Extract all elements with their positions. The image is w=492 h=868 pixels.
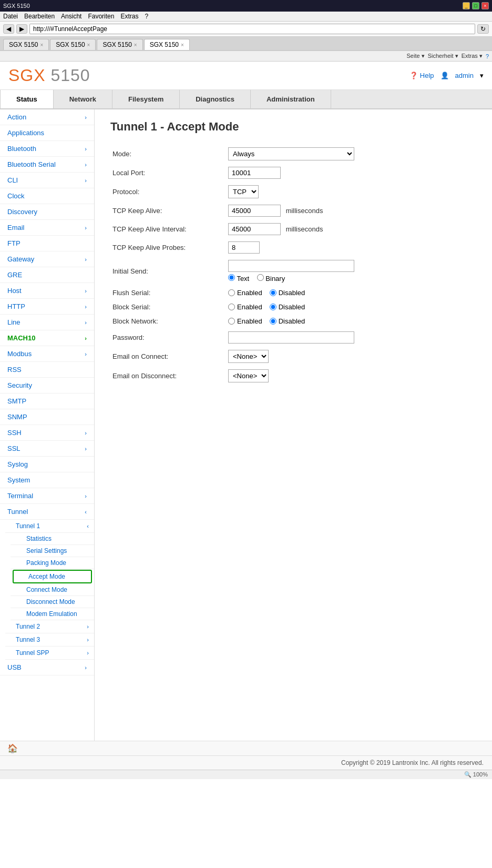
tcp-keep-alive-input[interactable] bbox=[228, 205, 281, 217]
sidebar-item-applications[interactable]: Applications bbox=[0, 125, 94, 141]
back-button[interactable]: ◀ bbox=[3, 24, 14, 34]
nav-tab-network[interactable]: Network bbox=[54, 90, 112, 108]
flush-serial-enabled-label[interactable]: Enabled bbox=[228, 289, 262, 297]
initial-send-text-radio[interactable] bbox=[228, 274, 235, 281]
sidebar-item-discovery[interactable]: Discovery bbox=[0, 204, 94, 220]
protocol-select[interactable]: TCP UDP bbox=[228, 185, 259, 198]
password-input[interactable] bbox=[228, 331, 354, 344]
sidebar-item-bluetooth-serial[interactable]: Bluetooth Serial › bbox=[0, 157, 94, 173]
block-network-enabled-label[interactable]: Enabled bbox=[228, 317, 262, 325]
email-on-connect-select[interactable]: <None> bbox=[228, 350, 269, 363]
sidebar-item-smtp[interactable]: SMTP bbox=[0, 393, 94, 409]
sidebar-item-rss[interactable]: RSS bbox=[0, 362, 94, 378]
minimize-button[interactable]: _ bbox=[463, 2, 470, 9]
sidebar-item-disconnect-mode[interactable]: Disconnect Mode bbox=[11, 596, 94, 608]
menu-help[interactable]: ? bbox=[145, 13, 148, 20]
home-icon[interactable]: 🏠 bbox=[7, 744, 18, 753]
sidebar-item-clock[interactable]: Clock bbox=[0, 188, 94, 204]
block-serial-disabled-label[interactable]: Disabled bbox=[270, 303, 305, 311]
sidebar-item-usb[interactable]: USB › bbox=[0, 660, 94, 675]
tab-close-3[interactable]: × bbox=[181, 42, 184, 48]
browser-tab-1[interactable]: SGX 5150 × bbox=[50, 39, 96, 50]
tcp-keep-alive-probes-input[interactable] bbox=[228, 241, 260, 254]
browser-tab-0[interactable]: SGX 5150 × bbox=[3, 39, 49, 50]
menu-bearbeiten[interactable]: Bearbeiten bbox=[24, 13, 55, 20]
sidebar-item-email[interactable]: Email › bbox=[0, 220, 94, 236]
sidebar-item-syslog[interactable]: Syslog bbox=[0, 457, 94, 472]
block-network-enabled-radio[interactable] bbox=[228, 318, 235, 325]
sidebar-item-gre[interactable]: GRE bbox=[0, 267, 94, 283]
block-network-disabled-radio[interactable] bbox=[270, 318, 276, 325]
local-port-input[interactable] bbox=[228, 167, 281, 179]
sidebar-item-serial-settings[interactable]: Serial Settings bbox=[11, 545, 94, 557]
tab-close-2[interactable]: × bbox=[134, 42, 137, 48]
nav-tab-diagnostics[interactable]: Diagnostics bbox=[180, 90, 251, 108]
sidebar-item-terminal[interactable]: Terminal › bbox=[0, 488, 94, 504]
sidebar-item-tunnel[interactable]: Tunnel ‹ bbox=[0, 504, 94, 520]
sidebar-item-action[interactable]: Action › bbox=[0, 109, 94, 125]
toolbar-seite[interactable]: Seite ▾ bbox=[407, 53, 425, 59]
sidebar-item-ssh[interactable]: SSH › bbox=[0, 425, 94, 441]
sidebar-item-snmp[interactable]: SNMP bbox=[0, 409, 94, 425]
forward-button[interactable]: ▶ bbox=[16, 24, 27, 34]
browser-tab-2[interactable]: SGX 5150 × bbox=[97, 39, 142, 50]
nav-tab-administration[interactable]: Administration bbox=[251, 90, 331, 108]
nav-tab-filesystem[interactable]: Filesystem bbox=[112, 90, 180, 108]
tab-close-1[interactable]: × bbox=[87, 42, 90, 48]
tcp-keep-alive-interval-input[interactable] bbox=[228, 223, 281, 235]
initial-send-input[interactable] bbox=[228, 260, 354, 272]
sidebar-item-ssl[interactable]: SSL › bbox=[0, 441, 94, 457]
sidebar-item-mach10[interactable]: MACH10 › bbox=[0, 330, 94, 346]
menu-ansicht[interactable]: Ansicht bbox=[61, 13, 81, 20]
sidebar-item-modbus[interactable]: Modbus › bbox=[0, 346, 94, 362]
sidebar-item-cli[interactable]: CLI › bbox=[0, 173, 94, 188]
menu-extras[interactable]: Extras bbox=[120, 13, 138, 20]
sidebar-item-tunnel-spp[interactable]: Tunnel SPP › bbox=[5, 647, 94, 660]
admin-label[interactable]: admin bbox=[455, 72, 474, 79]
maximize-button[interactable]: □ bbox=[472, 2, 479, 9]
sidebar-item-packing-mode[interactable]: Packing Mode bbox=[11, 557, 94, 569]
sidebar-item-line[interactable]: Line › bbox=[0, 315, 94, 330]
block-serial-enabled-label[interactable]: Enabled bbox=[228, 303, 262, 311]
tab-close-0[interactable]: × bbox=[40, 42, 43, 48]
email-on-disconnect-select[interactable]: <None> bbox=[228, 369, 269, 382]
sidebar-item-connect-mode[interactable]: Connect Mode bbox=[11, 584, 94, 596]
refresh-button[interactable]: ↻ bbox=[477, 24, 489, 34]
sidebar-item-accept-mode[interactable]: Accept Mode bbox=[13, 570, 92, 583]
sidebar-item-host[interactable]: Host › bbox=[0, 283, 94, 299]
tcp-keep-alive-probes-label: TCP Keep Alive Probes: bbox=[110, 238, 226, 257]
sidebar-item-ftp[interactable]: FTP bbox=[0, 236, 94, 251]
nav-tab-status[interactable]: Status bbox=[0, 90, 54, 108]
sidebar-item-http[interactable]: HTTP › bbox=[0, 299, 94, 315]
toolbar-extras[interactable]: Extras ▾ bbox=[462, 53, 483, 59]
block-network-disabled-label[interactable]: Disabled bbox=[270, 317, 305, 325]
help-link[interactable]: ❓ Help bbox=[409, 72, 434, 79]
sidebar-item-tunnel3[interactable]: Tunnel 3 › bbox=[5, 633, 94, 647]
sidebar-item-system[interactable]: System bbox=[0, 472, 94, 488]
initial-send-binary-radio[interactable] bbox=[257, 274, 264, 281]
sidebar-item-bluetooth[interactable]: Bluetooth › bbox=[0, 141, 94, 157]
mode-select[interactable]: Always Never Any Character Start Charact… bbox=[228, 147, 354, 160]
close-button[interactable]: × bbox=[481, 2, 489, 9]
sidebar-item-security[interactable]: Security bbox=[0, 378, 94, 393]
address-bar: ◀ ▶ ↻ bbox=[0, 22, 492, 37]
sidebar-item-statistics[interactable]: Statistics bbox=[11, 533, 94, 545]
flush-serial-enabled-radio[interactable] bbox=[228, 289, 235, 296]
sidebar-item-modem-emulation[interactable]: Modem Emulation bbox=[11, 608, 94, 620]
block-serial-disabled-radio[interactable] bbox=[270, 304, 276, 310]
content-area: Tunnel 1 - Accept Mode Mode: Always Neve… bbox=[95, 109, 492, 741]
toolbar-sicherheit[interactable]: Sicherheit ▾ bbox=[428, 53, 458, 59]
toolbar-help[interactable]: ? bbox=[486, 53, 489, 59]
initial-send-binary-label[interactable]: Binary bbox=[257, 275, 285, 282]
initial-send-text-label[interactable]: Text bbox=[228, 275, 251, 282]
sidebar-item-tunnel2[interactable]: Tunnel 2 › bbox=[5, 620, 94, 633]
sidebar-item-tunnel1[interactable]: Tunnel 1 ‹ bbox=[5, 520, 94, 533]
flush-serial-disabled-label[interactable]: Disabled bbox=[270, 289, 305, 297]
menu-favoriten[interactable]: Favoriten bbox=[88, 13, 114, 20]
sidebar-item-gateway[interactable]: Gateway › bbox=[0, 251, 94, 267]
menu-datei[interactable]: Datei bbox=[3, 13, 18, 20]
browser-tab-3[interactable]: SGX 5150 × bbox=[144, 39, 190, 50]
flush-serial-disabled-radio[interactable] bbox=[270, 289, 276, 296]
block-serial-enabled-radio[interactable] bbox=[228, 304, 235, 310]
address-input[interactable] bbox=[29, 24, 475, 34]
